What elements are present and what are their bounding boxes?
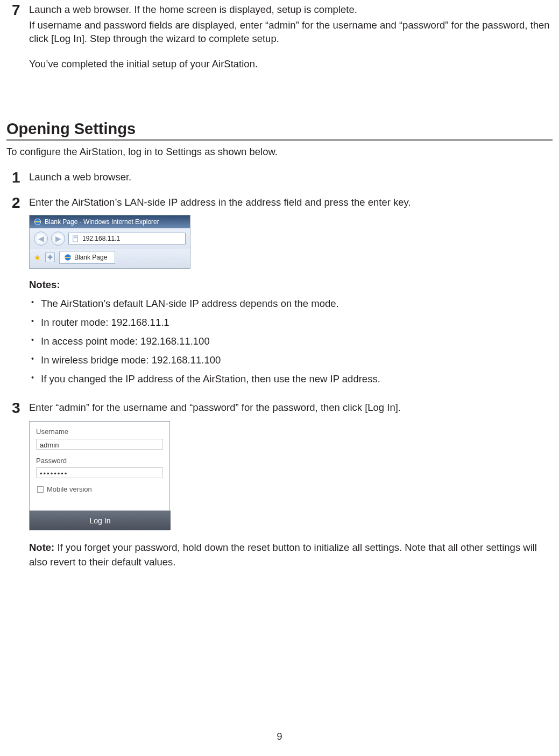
mobile-version-label: Mobile version	[47, 485, 92, 494]
section-title-text: Opening Settings	[6, 120, 136, 137]
browser-tab[interactable]: Blank Page	[59, 251, 115, 264]
step3-text: Enter “admin” for the username and “pass…	[29, 402, 401, 413]
notes-list: The AirStation’s default LAN-side IP add…	[29, 297, 553, 386]
step1-text: Launch a web browser.	[29, 171, 131, 183]
password-label: Password	[36, 456, 163, 466]
ie-icon	[64, 254, 72, 261]
section-heading: Opening Settings	[6, 118, 553, 141]
address-bar[interactable]: 192.168.11.1	[68, 233, 186, 244]
svg-rect-2	[74, 237, 77, 237]
browser-title-bar: Blank Page - Windows Internet Explorer	[30, 215, 190, 228]
forward-button[interactable]: ▶	[51, 232, 65, 246]
add-favorite-icon[interactable]: ✚	[45, 253, 55, 262]
note-item: In wireless bridge mode: 192.168.11.100	[29, 354, 553, 367]
log-in-button[interactable]: Log In	[30, 510, 171, 530]
login-form-screenshot: Username admin Password •••••••• Mobile …	[29, 421, 170, 530]
browser-title-text: Blank Page - Windows Internet Explorer	[45, 218, 159, 226]
browser-tabs-row: ★ ✚ Blank Page	[30, 249, 190, 268]
note-text: If you forget your password, hold down t…	[29, 542, 537, 568]
step7-line2: If username and password fields are disp…	[29, 19, 553, 46]
step-1: 1 Launch a web browser.	[6, 171, 553, 184]
note-item: In router mode: 192.168.11.1	[29, 316, 553, 330]
svg-rect-1	[73, 235, 78, 242]
password-reset-note: Note: If you forget your password, hold …	[6, 540, 553, 570]
svg-rect-3	[74, 237, 77, 238]
tab-label: Blank Page	[74, 253, 107, 262]
step-number: 3	[12, 398, 20, 418]
step-number: 7	[12, 0, 20, 20]
address-text: 192.168.11.1	[82, 234, 120, 243]
checkbox-icon[interactable]	[37, 486, 44, 493]
notes-label: Notes:	[29, 278, 553, 292]
ie-icon	[34, 218, 41, 226]
notes-block: Notes: The AirStation’s default LAN-side…	[6, 278, 553, 386]
page-number: 9	[0, 730, 559, 743]
section-intro: To configure the AirStation, log in to S…	[6, 145, 553, 159]
note-item: If you changed the IP address of the Air…	[29, 373, 553, 386]
step-3: 3 Enter “admin” for the username and “pa…	[6, 401, 553, 530]
section-rule	[6, 139, 553, 139]
step-number: 2	[12, 193, 20, 213]
page-icon	[72, 235, 80, 242]
step2-text: Enter the AirStation’s LAN-side IP addre…	[29, 197, 411, 208]
favorites-icon[interactable]: ★	[34, 253, 41, 263]
browser-screenshot: Blank Page - Windows Internet Explorer ◀…	[29, 215, 190, 269]
note-item: In access point mode: 192.168.11.100	[29, 335, 553, 348]
mobile-version-row[interactable]: Mobile version	[37, 485, 163, 494]
note-label: Note:	[29, 542, 54, 553]
step-7: 7 Launch a web browser. If the home scre…	[6, 3, 553, 71]
step7-line1: Launch a web browser. If the home screen…	[29, 3, 553, 17]
password-field[interactable]: ••••••••	[36, 467, 163, 478]
back-button[interactable]: ◀	[34, 232, 48, 246]
step-number: 1	[12, 167, 20, 188]
step-2: 2 Enter the AirStation’s LAN-side IP add…	[6, 196, 553, 269]
note-item: The AirStation’s default LAN-side IP add…	[29, 297, 553, 311]
browser-nav-row: ◀ ▶ 192.168.11.1	[30, 228, 190, 249]
username-label: Username	[36, 427, 163, 437]
username-field[interactable]: admin	[36, 439, 163, 450]
step7-line3: You’ve completed the initial setup of yo…	[29, 58, 553, 71]
